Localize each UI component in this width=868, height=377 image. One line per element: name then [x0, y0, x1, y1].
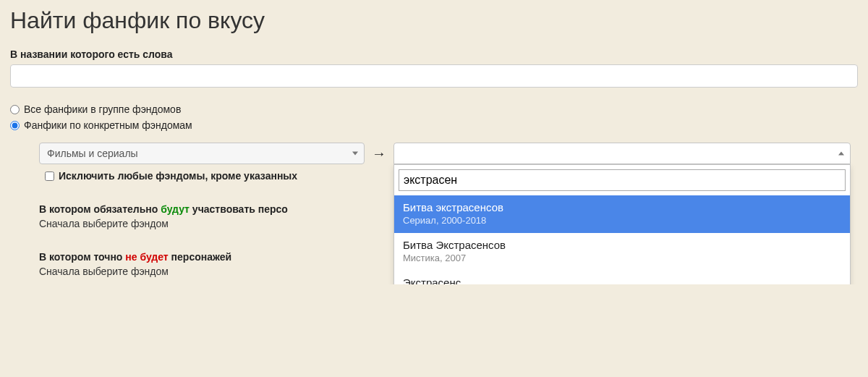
title-contains-input[interactable] — [10, 64, 858, 88]
fandom-option-title: Битва экстрасенсов — [403, 201, 841, 213]
radio-all-fandoms[interactable] — [10, 105, 20, 114]
fandom-option-sub: Сериал, 2000-2018 — [403, 215, 841, 226]
fandom-group-select-value: Фильмы и сериалы — [47, 148, 138, 159]
fandom-option-sub: Мистика, 2007 — [403, 253, 841, 263]
arrow-right-icon: → — [372, 143, 386, 164]
exclude-other-fandoms-checkbox[interactable] — [45, 171, 54, 181]
fandom-search-input[interactable] — [399, 169, 846, 191]
fandom-search-select[interactable] — [393, 143, 851, 164]
fandom-option-title: Битва Экстрасенсов — [403, 239, 841, 251]
radio-specific-fandoms[interactable] — [10, 121, 20, 130]
fandom-option[interactable]: Битва ЭкстрасенсовМистика, 2007 — [394, 233, 850, 271]
chevron-down-icon — [352, 152, 358, 156]
page-title: Найти фанфик по вкусу — [10, 7, 858, 34]
radio-all-fandoms-label[interactable]: Все фанфики в группе фэндомов — [24, 103, 181, 115]
exclude-emphasis: не будет — [125, 251, 168, 263]
title-contains-label: В названии которого есть слова — [10, 48, 858, 60]
include-emphasis: будут — [161, 203, 190, 215]
fandom-search-dropdown: Битва экстрасенсовСериал, 2000-2018Битва… — [393, 164, 851, 284]
exclude-other-fandoms-label[interactable]: Исключить любые фэндомы, кроме указанных — [59, 170, 297, 182]
fandom-option[interactable]: Битва экстрасенсовСериал, 2000-2018 — [394, 195, 850, 233]
fandom-option[interactable]: ЭкстрасенсThe awakening / фильм, 2012 — [394, 271, 850, 284]
fandom-option-title: Экстрасенс — [403, 276, 841, 284]
fandom-group-select[interactable]: Фильмы и сериалы — [39, 143, 365, 164]
radio-specific-fandoms-label[interactable]: Фанфики по конкретным фэндомам — [24, 119, 192, 131]
chevron-up-icon — [838, 152, 844, 156]
